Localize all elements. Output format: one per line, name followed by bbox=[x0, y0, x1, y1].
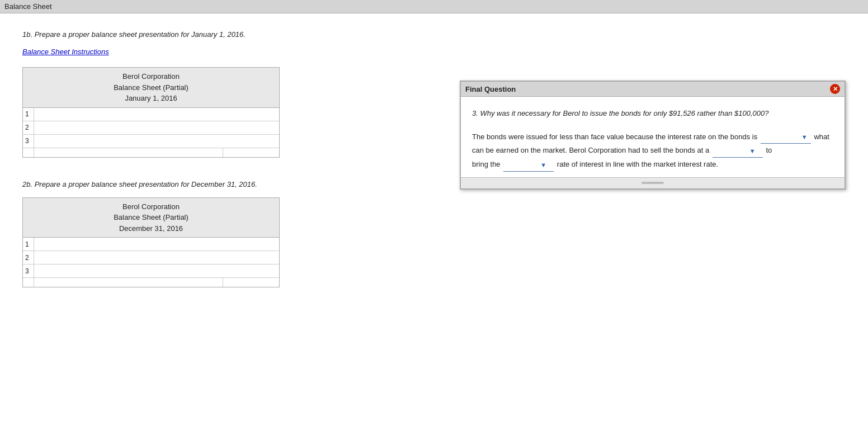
row-num-empty-d bbox=[23, 278, 34, 287]
bs-company-dec2016: Berol Corporation bbox=[25, 201, 277, 212]
modal-body: 3. Why was it necessary for Berol to iss… bbox=[461, 97, 845, 177]
final-question-modal: Final Question ✕ 3. Why was it necessary… bbox=[460, 81, 846, 190]
dropdown1-select[interactable]: less than greater than equal to bbox=[761, 133, 809, 141]
bs-header-jan2016: Berol Corporation Balance Sheet (Partial… bbox=[23, 68, 279, 108]
row-num-d3: 3 bbox=[23, 264, 34, 277]
row-value-input-d1[interactable] bbox=[223, 238, 279, 251]
balance-sheet-table-dec2016: Berol Corporation Balance Sheet (Partial… bbox=[22, 197, 280, 288]
answer-part3: to bbox=[766, 146, 772, 154]
modal-footer bbox=[461, 177, 845, 188]
modal-answer: The bonds were issued for less than face… bbox=[472, 130, 833, 172]
bs-subtitle-jan2016: Balance Sheet (Partial) bbox=[25, 82, 277, 93]
row-value-empty bbox=[223, 148, 279, 157]
title-bar-label: Balance Sheet bbox=[4, 2, 52, 11]
row-label-input-d2[interactable] bbox=[34, 251, 223, 264]
modal-close-button[interactable]: ✕ bbox=[830, 84, 840, 94]
row-num-empty bbox=[23, 148, 34, 157]
modal-question-text: 3. Why was it necessary for Berol to iss… bbox=[472, 108, 833, 119]
row-num-1: 1 bbox=[23, 108, 34, 121]
answer-part1: The bonds were issued for less than face… bbox=[472, 133, 757, 141]
dropdown3-container[interactable]: stated market effective ▼ bbox=[503, 159, 554, 172]
section2: 2b. Prepare a proper balance sheet prese… bbox=[22, 180, 302, 288]
row-num-d1: 1 bbox=[23, 238, 34, 251]
left-panel: 1b. Prepare a proper balance sheet prese… bbox=[22, 30, 302, 310]
row-label-input-d1[interactable] bbox=[34, 238, 223, 251]
row-value-empty-d bbox=[223, 278, 279, 287]
dropdown3-select[interactable]: stated market effective bbox=[503, 161, 548, 169]
section1: 1b. Prepare a proper balance sheet prese… bbox=[22, 30, 302, 158]
row-label-input-d3[interactable] bbox=[34, 264, 223, 277]
dropdown2-select[interactable]: discount premium bbox=[713, 147, 757, 155]
row-label-empty bbox=[34, 148, 223, 157]
row-value-input-1[interactable] bbox=[223, 108, 279, 121]
title-bar: Balance Sheet bbox=[0, 0, 868, 13]
table-row: 2 bbox=[23, 121, 279, 135]
dropdown1-container[interactable]: less than greater than equal to ▼ bbox=[761, 131, 811, 144]
table-row-footer bbox=[23, 148, 279, 157]
table-row: 3 bbox=[23, 135, 279, 148]
bs-company-jan2016: Berol Corporation bbox=[25, 71, 277, 82]
row-num-2: 2 bbox=[23, 121, 34, 134]
table-row: 2 bbox=[23, 251, 279, 264]
row-label-empty-d bbox=[34, 278, 223, 287]
bs-header-dec2016: Berol Corporation Balance Sheet (Partial… bbox=[23, 198, 279, 238]
dropdown2-container[interactable]: discount premium ▼ bbox=[713, 145, 763, 158]
row-label-input-2[interactable] bbox=[34, 121, 223, 134]
modal-overlay: Final Question ✕ 3. Why was it necessary… bbox=[460, 81, 846, 190]
instruction-2b: 2b. Prepare a proper balance sheet prese… bbox=[22, 180, 302, 188]
bs-date-jan2016: January 1, 2016 bbox=[25, 93, 277, 104]
balance-sheet-instructions-link[interactable]: Balance Sheet Instructions bbox=[22, 48, 302, 56]
bs-date-dec2016: December 31, 2016 bbox=[25, 223, 277, 234]
modal-titlebar: Final Question ✕ bbox=[461, 82, 845, 97]
table-row: 1 bbox=[23, 238, 279, 251]
main-content: 1b. Prepare a proper balance sheet prese… bbox=[0, 13, 868, 444]
row-value-input-3[interactable] bbox=[223, 135, 279, 148]
row-label-input-3[interactable] bbox=[34, 135, 223, 148]
modal-footer-bar bbox=[641, 182, 664, 184]
row-num-3: 3 bbox=[23, 135, 34, 148]
table-row: 3 bbox=[23, 264, 279, 278]
table-row-footer-d bbox=[23, 278, 279, 287]
table-row: 1 bbox=[23, 108, 279, 121]
row-label-input-1[interactable] bbox=[34, 108, 223, 121]
answer-part4: rate of interest in line with the market… bbox=[557, 160, 718, 168]
bs-subtitle-dec2016: Balance Sheet (Partial) bbox=[25, 212, 277, 223]
row-value-input-d3[interactable] bbox=[223, 264, 279, 277]
row-value-input-2[interactable] bbox=[223, 121, 279, 134]
modal-title: Final Question bbox=[465, 85, 516, 93]
answer-bring: bring the bbox=[472, 160, 502, 168]
balance-sheet-table-jan2016: Berol Corporation Balance Sheet (Partial… bbox=[22, 67, 280, 158]
instruction-1b: 1b. Prepare a proper balance sheet prese… bbox=[22, 30, 302, 39]
row-value-input-d2[interactable] bbox=[223, 251, 279, 264]
row-num-d2: 2 bbox=[23, 251, 34, 264]
